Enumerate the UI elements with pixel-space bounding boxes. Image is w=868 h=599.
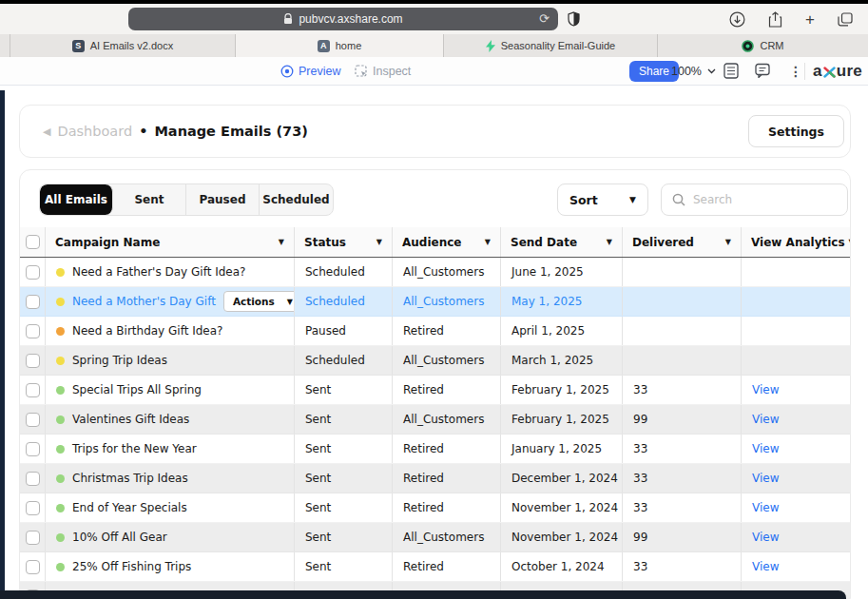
breadcrumb-dashboard[interactable]: Dashboard [57, 124, 132, 139]
row-checkbox[interactable] [26, 442, 40, 456]
share-icon[interactable] [768, 11, 782, 28]
row-checkbox[interactable] [26, 354, 40, 368]
reload-icon[interactable]: ⟳ [539, 11, 550, 27]
filter-tab-all-emails[interactable]: All Emails [40, 184, 113, 215]
cell-checkbox [20, 317, 46, 345]
shield-icon[interactable] [568, 11, 580, 27]
view-analytics-link[interactable]: View [752, 442, 779, 455]
column-filter-icon[interactable]: ▼ [607, 238, 612, 246]
cell-send-date: May 1, 2025 [501, 287, 623, 316]
inspect-button[interactable]: Inspect [355, 57, 411, 85]
table-row[interactable]: 10% Off All GearSentAll_CustomersNovembe… [20, 523, 850, 552]
column-filter-icon[interactable]: ▼ [279, 238, 284, 246]
table-row[interactable]: 25% Off Fishing TripsSentRetiredOctober … [20, 552, 850, 582]
status-dot-green [56, 445, 65, 454]
table-row[interactable]: End of Year SpecialsSentRetiredNovember … [20, 493, 850, 523]
row-checkbox[interactable] [26, 560, 40, 574]
zoom-control[interactable]: 100% [671, 57, 716, 85]
cell-status-text: Scheduled [305, 295, 365, 308]
search-box[interactable] [661, 184, 848, 216]
more-options-icon[interactable]: ⋮ [789, 64, 802, 79]
tab-seasonality-guide[interactable]: Seasonality Email-Guide [444, 34, 658, 57]
cell-audience-text: All_Customers [403, 354, 484, 367]
tab-home-active[interactable]: A home [236, 34, 444, 57]
row-checkbox[interactable] [26, 324, 40, 338]
cell-send-date: October 1, 2024 [501, 552, 623, 581]
view-analytics-link[interactable]: View [752, 531, 779, 544]
comments-icon[interactable] [755, 63, 770, 78]
table-row[interactable]: Special Trips All SpringSentRetiredFebru… [20, 376, 850, 405]
cell-audience: Retired [393, 376, 501, 404]
filter-tab-sent[interactable]: Sent [113, 184, 186, 215]
table-row[interactable]: Need a Mother's Day GiftActions▼Schedule… [20, 287, 850, 317]
tab-crm[interactable]: CRM [658, 34, 868, 57]
row-checkbox[interactable] [26, 472, 40, 486]
table-row[interactable]: Need a Father's Day Gift Idea?ScheduledA… [20, 258, 850, 287]
actions-dropdown-button[interactable]: Actions▼ [223, 291, 295, 312]
row-checkbox[interactable] [26, 531, 40, 545]
view-analytics-link[interactable]: View [752, 383, 779, 396]
table-row[interactable]: Valentines Gift IdeasSentAll_CustomersFe… [20, 405, 850, 435]
campaign-name-text: Need a Birthday Gift Idea? [72, 324, 222, 338]
campaign-name-text: Trips for the New Year [72, 442, 197, 455]
row-checkbox[interactable] [26, 501, 40, 515]
cell-view-analytics [742, 258, 850, 286]
share-label: Share [639, 65, 669, 78]
tab-ai-emails-doc[interactable]: S AI Emails v2.docx [10, 34, 236, 57]
table-row[interactable]: Need a Birthday Gift Idea?PausedRetiredA… [20, 317, 850, 346]
back-arrow-icon[interactable]: ◀ [43, 126, 50, 138]
cell-delivered: 33 [623, 435, 742, 463]
docx-file-icon: S [72, 40, 85, 52]
filter-tab-label: Scheduled [262, 193, 329, 206]
filter-tab-paused[interactable]: Paused [186, 184, 260, 215]
cell-send-date: February 1, 2025 [501, 376, 623, 404]
view-analytics-link[interactable]: View [752, 472, 779, 485]
cell-status-text: Sent [305, 383, 331, 396]
column-header-delivered[interactable]: Delivered▼ [623, 227, 742, 257]
column-header-view-analytics[interactable]: View Analytics▼ [742, 227, 850, 257]
cell-campaign-name: Trips for the New Year [46, 435, 295, 463]
pages-panel-icon[interactable] [723, 63, 739, 79]
preview-button[interactable]: Preview [280, 57, 340, 85]
row-checkbox[interactable] [26, 295, 40, 309]
campaign-name-text: Spring Trip Ideas [72, 354, 167, 367]
column-header-status[interactable]: Status▼ [295, 227, 393, 257]
row-checkbox[interactable] [26, 383, 40, 397]
cell-send-date-text: November 1, 2024 [511, 501, 618, 514]
cell-status-text: Scheduled [305, 265, 365, 279]
table-row[interactable]: Trips for the New YearSentRetiredJanuary… [20, 435, 850, 464]
column-header-campaign-name[interactable]: Campaign Name▼ [46, 227, 295, 257]
filter-tab-scheduled[interactable]: Scheduled [260, 184, 333, 215]
cell-send-date-text: April 1, 2025 [511, 324, 585, 338]
row-checkbox[interactable] [26, 413, 40, 427]
cell-status: Paused [295, 317, 393, 345]
cell-send-date-text: February 1, 2025 [511, 383, 609, 396]
select-all-checkbox[interactable] [26, 235, 40, 249]
column-header-send-date[interactable]: Send Date▼ [501, 227, 623, 257]
cell-delivered: 33 [623, 464, 742, 493]
cell-checkbox [20, 258, 46, 286]
column-header-audience[interactable]: Audience▼ [393, 227, 501, 257]
browser-chrome: pubvcv.axshare.com ⟳ + [0, 4, 868, 34]
table-row[interactable]: Spring Trip IdeasScheduledAll_CustomersM… [20, 346, 850, 376]
column-filter-icon[interactable]: ▼ [376, 238, 382, 246]
address-bar[interactable]: pubvcv.axshare.com ⟳ [128, 8, 558, 30]
downloads-icon[interactable] [729, 11, 745, 28]
tab-overview-icon[interactable] [838, 12, 853, 27]
column-filter-icon[interactable]: ▼ [485, 238, 491, 246]
settings-button[interactable]: Settings [748, 115, 844, 147]
row-checkbox[interactable] [26, 265, 40, 280]
column-filter-icon[interactable]: ▼ [849, 238, 850, 246]
view-analytics-link[interactable]: View [752, 501, 779, 514]
table-row[interactable]: Christmas Trip IdeasSentRetiredDecember … [20, 464, 850, 493]
cell-checkbox [20, 435, 46, 463]
sort-dropdown[interactable]: Sort ▼ [557, 184, 648, 216]
view-analytics-link[interactable]: View [752, 413, 779, 426]
partial-tab[interactable] [0, 34, 10, 57]
new-tab-icon[interactable]: + [805, 12, 815, 27]
search-input[interactable] [693, 193, 837, 206]
view-analytics-link[interactable]: View [752, 560, 779, 573]
column-filter-icon[interactable]: ▼ [725, 238, 731, 246]
cell-delivered-text: 99 [633, 413, 647, 426]
settings-label: Settings [768, 125, 824, 139]
